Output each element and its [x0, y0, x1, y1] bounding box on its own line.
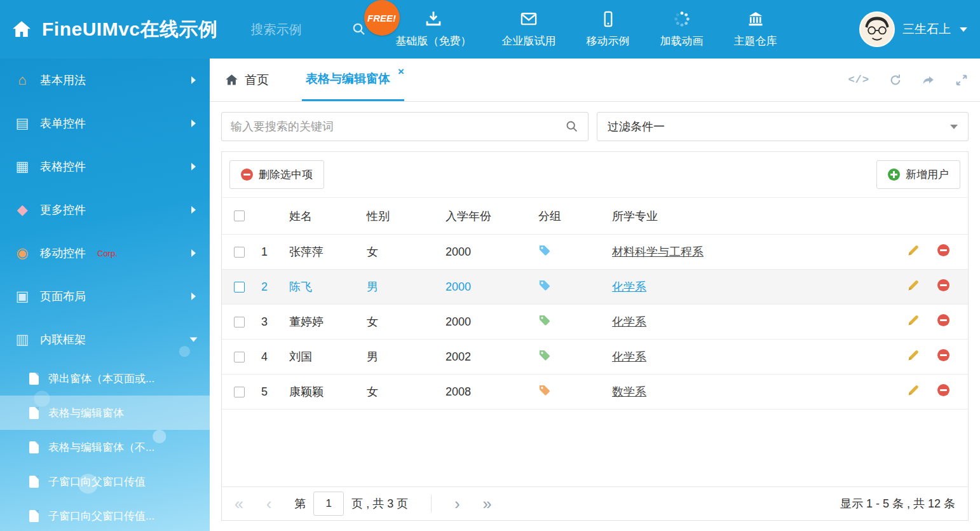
major-link[interactable]: 化学系	[612, 350, 646, 363]
major-link[interactable]: 材料科学与工程系	[612, 245, 704, 258]
plus-circle-icon	[888, 169, 900, 181]
major-link[interactable]: 数学系	[612, 385, 646, 398]
page-number-input[interactable]	[313, 492, 344, 516]
sidebar-subitem-label: 表格与编辑窗体	[48, 406, 124, 420]
major-link[interactable]: 化学系	[612, 280, 646, 293]
nav-item-label: 主题仓库	[734, 34, 777, 48]
next-page-button[interactable]: ›	[454, 496, 459, 512]
nav-item-label: 移动示例	[587, 34, 630, 48]
select-all-checkbox[interactable]	[234, 210, 245, 221]
home-icon	[11, 19, 32, 39]
pagination-bar: « ‹ 第 页 , 共 3 页 › » 显示 1 - 5 条 , 共 12 条	[222, 486, 968, 520]
expand-icon[interactable]	[955, 73, 969, 87]
main-content: 首页 表格与编辑窗体 × </> 过滤条件一	[210, 59, 980, 531]
search-icon[interactable]	[565, 120, 579, 134]
sidebar-item[interactable]: ◉ 移动控件 Corp.	[0, 231, 210, 275]
sidebar-item-label: 基本用法	[40, 72, 86, 88]
keyword-search-input[interactable]	[231, 120, 560, 134]
nav-item-enterprise-trial[interactable]: 企业版试用	[502, 10, 556, 48]
brand[interactable]: FineUIMvc在线示例	[0, 17, 218, 43]
edit-pencil-icon[interactable]	[907, 383, 920, 397]
add-user-label: 新增用户	[906, 167, 949, 182]
sidebar-item[interactable]: ▥ 内联框架	[0, 318, 210, 361]
sidebar-item[interactable]: ◆ 更多控件	[0, 188, 210, 231]
tag-icon	[538, 349, 550, 361]
nav-item-loading-animation[interactable]: 加载动画	[660, 10, 704, 48]
home-icon	[225, 73, 238, 86]
edit-pencil-icon[interactable]	[907, 314, 920, 327]
sidebar-item[interactable]: ▤ 表单控件	[0, 102, 210, 145]
bank-icon	[747, 10, 765, 28]
share-forward-icon[interactable]	[922, 73, 936, 87]
tab-grid-edit-window[interactable]: 表格与编辑窗体 ×	[302, 59, 404, 101]
major-link[interactable]: 化学系	[612, 315, 646, 328]
sidebar-subnav: 弹出窗体（本页面或... 表格与编辑窗体 表格与编辑窗体（不... 子窗口向父窗…	[0, 361, 210, 531]
header-search-input[interactable]	[251, 22, 346, 37]
sidebar-item[interactable]: ▦ 表格控件	[0, 145, 210, 188]
delete-row-icon[interactable]	[937, 279, 949, 291]
sidebar-item-icon: ▤	[14, 116, 31, 130]
refresh-icon[interactable]	[888, 73, 902, 87]
nav-item-mobile-demo[interactable]: 移动示例	[587, 10, 630, 48]
prev-page-button[interactable]: ‹	[266, 496, 271, 512]
filter-dropdown[interactable]: 过滤条件一	[597, 112, 969, 141]
record-summary: 显示 1 - 5 条 , 共 12 条	[840, 496, 955, 511]
sidebar-item-label: 表格控件	[40, 159, 86, 174]
row-checkbox[interactable]	[234, 282, 245, 293]
column-major: 所学专业	[607, 209, 902, 224]
cell-gender: 男	[362, 279, 440, 294]
row-checkbox[interactable]	[234, 387, 245, 397]
row-index: 2	[256, 280, 284, 294]
sidebar-subitem[interactable]: 子窗口向父窗口传值...	[0, 499, 210, 531]
sidebar-item-label: 移动控件	[40, 245, 86, 261]
search-icon[interactable]	[351, 22, 367, 37]
sidebar-item[interactable]: ▣ 页面布局	[0, 275, 210, 318]
envelope-icon	[520, 10, 538, 28]
edit-pencil-icon[interactable]	[907, 348, 920, 362]
edit-pencil-icon[interactable]	[907, 244, 920, 257]
tab-label: 表格与编辑窗体	[306, 71, 390, 87]
row-checkbox[interactable]	[234, 317, 245, 328]
sidebar-subitem[interactable]: 表格与编辑窗体	[0, 396, 210, 430]
filter-dropdown-value: 过滤条件一	[608, 119, 665, 134]
close-icon[interactable]: ×	[398, 66, 404, 77]
tab-label: 首页	[245, 72, 269, 88]
corp-badge: Corp.	[97, 249, 118, 258]
minus-circle-icon	[241, 169, 253, 181]
row-checkbox[interactable]	[234, 352, 245, 362]
sidebar-subitem[interactable]: 子窗口向父窗口传值	[0, 464, 210, 499]
delete-row-icon[interactable]	[937, 349, 949, 361]
user-name: 三生石上	[902, 21, 951, 38]
sidebar-item-label: 更多控件	[40, 202, 86, 217]
delete-row-icon[interactable]	[937, 314, 949, 326]
edit-pencil-icon[interactable]	[907, 279, 920, 292]
file-icon	[29, 373, 39, 385]
source-code-icon[interactable]: </>	[848, 74, 869, 85]
chevron-down-icon	[960, 27, 967, 32]
download-icon	[425, 10, 442, 28]
row-index: 1	[256, 245, 284, 259]
nav-item-basic-free[interactable]: FREE! 基础版（免费）	[396, 10, 472, 48]
delete-row-icon[interactable]	[937, 384, 949, 396]
last-page-button[interactable]: »	[483, 496, 492, 512]
user-menu[interactable]: 三生石上	[859, 11, 967, 47]
column-year: 入学年份	[440, 209, 533, 224]
sidebar-item[interactable]: ⌂ 基本用法	[0, 59, 210, 102]
nav-item-label: 加载动画	[660, 34, 704, 48]
sidebar-item-icon: ⌂	[14, 73, 31, 87]
sidebar-subitem[interactable]: 弹出窗体（本页面或...	[0, 361, 210, 396]
nav-item-theme-repo[interactable]: 主题仓库	[734, 10, 777, 48]
delete-selected-button[interactable]: 删除选中项	[229, 160, 324, 189]
divider	[431, 495, 432, 513]
first-page-button[interactable]: «	[235, 496, 243, 512]
row-checkbox[interactable]	[234, 247, 245, 258]
tab-home[interactable]: 首页	[221, 59, 273, 101]
sidebar-item-icon: ▦	[14, 160, 31, 174]
sidebar-subitem-label: 表格与编辑窗体（不...	[48, 440, 154, 455]
chevron-icon	[191, 120, 196, 127]
delete-row-icon[interactable]	[937, 244, 949, 256]
sidebar-subitem[interactable]: 表格与编辑窗体（不...	[0, 430, 210, 464]
add-user-button[interactable]: 新增用户	[876, 160, 960, 189]
delete-selected-label: 删除选中项	[259, 167, 313, 182]
sidebar-item-icon: ▥	[14, 333, 31, 347]
